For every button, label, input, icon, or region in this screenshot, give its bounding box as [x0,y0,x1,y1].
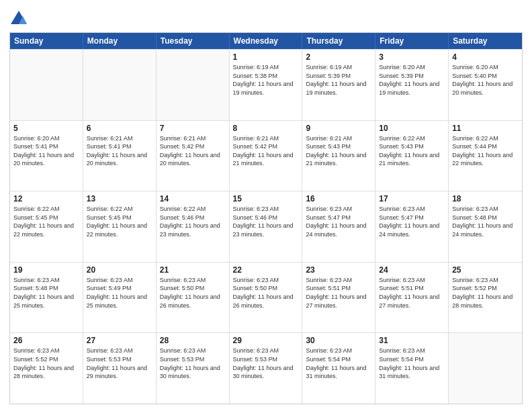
day-info: Sunrise: 6:19 AM Sunset: 5:38 PM Dayligh… [233,63,299,97]
day-number: 12 [13,194,79,203]
day-number: 25 [452,265,519,275]
day-info: Sunrise: 6:22 AM Sunset: 5:45 PM Dayligh… [87,205,152,238]
header-day-tuesday: Tuesday [157,33,230,49]
day-number: 14 [160,194,226,203]
calendar-cell: 14Sunrise: 6:22 AM Sunset: 5:46 PM Dayli… [157,191,230,262]
day-info: Sunrise: 6:22 AM Sunset: 5:44 PM Dayligh… [452,134,519,168]
calendar-cell: 9Sunrise: 6:21 AM Sunset: 5:43 PM Daylig… [302,121,375,191]
header-day-friday: Friday [375,33,449,49]
calendar-cell: 1Sunrise: 6:19 AM Sunset: 5:38 PM Daylig… [230,50,303,120]
calendar-cell [83,50,157,120]
calendar-row: 26Sunrise: 6:23 AM Sunset: 5:52 PM Dayli… [10,332,522,404]
page: SundayMondayTuesdayWednesdayThursdayFrid… [0,0,532,411]
day-number: 6 [87,124,152,133]
day-number: 23 [306,265,371,275]
day-info: Sunrise: 6:23 AM Sunset: 5:51 PM Dayligh… [306,276,371,310]
calendar-cell: 11Sunrise: 6:22 AM Sunset: 5:44 PM Dayli… [449,121,522,191]
day-info: Sunrise: 6:23 AM Sunset: 5:53 PM Dayligh… [233,347,299,380]
calendar-cell: 26Sunrise: 6:23 AM Sunset: 5:52 PM Dayli… [10,333,83,404]
day-info: Sunrise: 6:22 AM Sunset: 5:45 PM Dayligh… [13,205,79,238]
calendar-cell: 18Sunrise: 6:23 AM Sunset: 5:48 PM Dayli… [449,191,522,262]
calendar-cell: 13Sunrise: 6:22 AM Sunset: 5:45 PM Dayli… [83,191,157,262]
day-info: Sunrise: 6:23 AM Sunset: 5:53 PM Dayligh… [87,347,152,380]
calendar-cell: 22Sunrise: 6:23 AM Sunset: 5:50 PM Dayli… [230,263,303,333]
day-number: 18 [452,194,519,203]
day-number: 5 [13,124,79,133]
day-info: Sunrise: 6:22 AM Sunset: 5:46 PM Dayligh… [160,205,226,238]
calendar-cell: 4Sunrise: 6:20 AM Sunset: 5:40 PM Daylig… [449,50,522,120]
header-day-wednesday: Wednesday [230,33,303,49]
day-number: 9 [306,124,371,133]
day-number: 10 [379,124,445,133]
calendar-cell: 12Sunrise: 6:22 AM Sunset: 5:45 PM Dayli… [10,191,83,262]
calendar-cell: 30Sunrise: 6:23 AM Sunset: 5:54 PM Dayli… [302,333,375,404]
day-number: 21 [160,265,226,275]
day-number: 3 [379,52,445,62]
day-info: Sunrise: 6:23 AM Sunset: 5:51 PM Dayligh… [379,276,445,310]
day-number: 27 [87,336,152,345]
day-number: 1 [233,52,299,62]
day-number: 16 [306,194,371,203]
day-number: 8 [233,124,299,133]
calendar-cell: 20Sunrise: 6:23 AM Sunset: 5:49 PM Dayli… [83,263,157,333]
header-day-thursday: Thursday [302,33,375,49]
logo-icon [9,9,28,28]
header [9,7,523,28]
day-info: Sunrise: 6:23 AM Sunset: 5:53 PM Dayligh… [160,347,226,380]
calendar-body: 1Sunrise: 6:19 AM Sunset: 5:38 PM Daylig… [10,49,522,404]
day-info: Sunrise: 6:23 AM Sunset: 5:54 PM Dayligh… [306,347,371,380]
calendar-cell: 7Sunrise: 6:21 AM Sunset: 5:42 PM Daylig… [157,121,230,191]
day-info: Sunrise: 6:20 AM Sunset: 5:39 PM Dayligh… [379,63,445,97]
day-info: Sunrise: 6:23 AM Sunset: 5:46 PM Dayligh… [233,205,299,238]
calendar-cell: 15Sunrise: 6:23 AM Sunset: 5:46 PM Dayli… [230,191,303,262]
day-number: 17 [379,194,445,203]
header-day-sunday: Sunday [10,33,83,49]
day-info: Sunrise: 6:21 AM Sunset: 5:42 PM Dayligh… [160,134,226,168]
calendar-cell: 10Sunrise: 6:22 AM Sunset: 5:43 PM Dayli… [375,121,449,191]
day-number: 7 [160,124,226,133]
calendar-cell: 17Sunrise: 6:23 AM Sunset: 5:47 PM Dayli… [375,191,449,262]
day-number: 11 [452,124,519,133]
logo [9,9,31,28]
day-info: Sunrise: 6:23 AM Sunset: 5:52 PM Dayligh… [13,347,79,380]
day-info: Sunrise: 6:23 AM Sunset: 5:47 PM Dayligh… [306,205,371,238]
day-number: 31 [379,336,445,345]
calendar-cell: 25Sunrise: 6:23 AM Sunset: 5:52 PM Dayli… [449,263,522,333]
day-info: Sunrise: 6:21 AM Sunset: 5:42 PM Dayligh… [233,134,299,168]
day-info: Sunrise: 6:23 AM Sunset: 5:54 PM Dayligh… [379,347,445,380]
calendar-row: 5Sunrise: 6:20 AM Sunset: 5:41 PM Daylig… [10,120,522,191]
day-number: 29 [233,336,299,345]
day-number: 24 [379,265,445,275]
day-info: Sunrise: 6:21 AM Sunset: 5:41 PM Dayligh… [87,134,152,168]
day-number: 15 [233,194,299,203]
day-info: Sunrise: 6:20 AM Sunset: 5:41 PM Dayligh… [13,134,79,168]
calendar-row: 19Sunrise: 6:23 AM Sunset: 5:48 PM Dayli… [10,262,522,333]
day-number: 19 [13,265,79,275]
calendar-header: SundayMondayTuesdayWednesdayThursdayFrid… [10,33,522,49]
day-info: Sunrise: 6:23 AM Sunset: 5:50 PM Dayligh… [160,276,226,310]
calendar-cell: 24Sunrise: 6:23 AM Sunset: 5:51 PM Dayli… [375,263,449,333]
calendar-cell [449,333,522,404]
day-info: Sunrise: 6:23 AM Sunset: 5:50 PM Dayligh… [233,276,299,310]
day-number: 22 [233,265,299,275]
day-number: 13 [87,194,152,203]
calendar-cell: 29Sunrise: 6:23 AM Sunset: 5:53 PM Dayli… [230,333,303,404]
calendar-row: 1Sunrise: 6:19 AM Sunset: 5:38 PM Daylig… [10,49,522,120]
calendar-cell: 23Sunrise: 6:23 AM Sunset: 5:51 PM Dayli… [302,263,375,333]
calendar-cell: 8Sunrise: 6:21 AM Sunset: 5:42 PM Daylig… [230,121,303,191]
day-info: Sunrise: 6:21 AM Sunset: 5:43 PM Dayligh… [306,134,371,168]
day-number: 4 [452,52,519,62]
day-info: Sunrise: 6:23 AM Sunset: 5:49 PM Dayligh… [87,276,152,310]
calendar-cell: 6Sunrise: 6:21 AM Sunset: 5:41 PM Daylig… [83,121,157,191]
calendar-cell: 2Sunrise: 6:19 AM Sunset: 5:39 PM Daylig… [302,50,375,120]
day-number: 30 [306,336,371,345]
day-number: 20 [87,265,152,275]
day-info: Sunrise: 6:23 AM Sunset: 5:52 PM Dayligh… [452,276,519,310]
day-number: 28 [160,336,226,345]
calendar-cell: 28Sunrise: 6:23 AM Sunset: 5:53 PM Dayli… [157,333,230,404]
calendar-cell: 3Sunrise: 6:20 AM Sunset: 5:39 PM Daylig… [375,50,449,120]
calendar: SundayMondayTuesdayWednesdayThursdayFrid… [9,32,523,404]
calendar-cell [10,50,83,120]
day-info: Sunrise: 6:23 AM Sunset: 5:48 PM Dayligh… [13,276,79,310]
calendar-cell: 16Sunrise: 6:23 AM Sunset: 5:47 PM Dayli… [302,191,375,262]
